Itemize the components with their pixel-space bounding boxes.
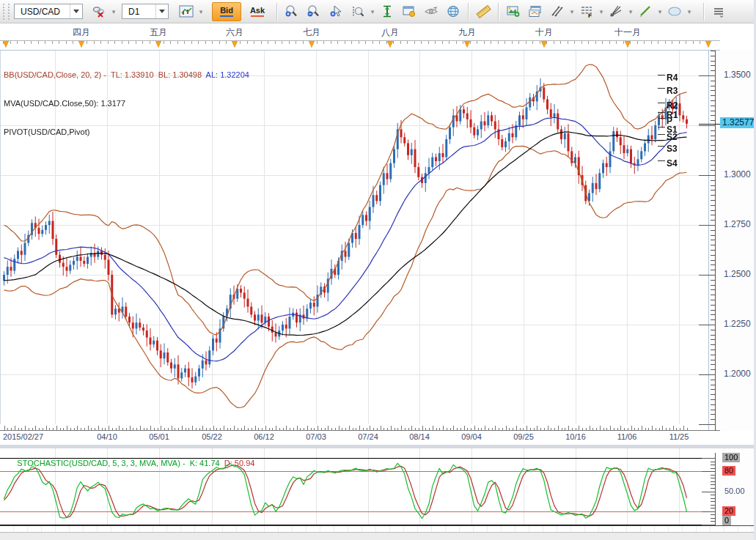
window-pointer-button[interactable] <box>399 1 419 22</box>
month-label: 六月 <box>226 26 243 39</box>
fit-vertical-icon <box>381 4 394 18</box>
fibonacci-dropdown[interactable]: ▾ <box>598 2 605 21</box>
pivot-label-p: P <box>667 116 672 125</box>
globe-button[interactable] <box>443 1 463 22</box>
stochastic-panel[interactable]: STOCHASTIC(USD/CAD, 5, 3, 3, MVA, MVA) -… <box>0 448 720 525</box>
bid-button[interactable]: Bid <box>212 2 241 21</box>
unlink-dropdown[interactable]: ▾ <box>110 2 117 21</box>
timeframe-value: D1 <box>122 7 155 17</box>
ellipse-tool-button[interactable] <box>664 1 685 22</box>
date-tick-label: 2015/02/27 <box>3 432 43 441</box>
price-tick-label: 1.2500 <box>724 269 751 279</box>
stochastic-axis: 1008050.00200 <box>720 448 756 525</box>
top-ruler-canvas <box>0 40 720 50</box>
chevron-down-icon[interactable] <box>155 4 168 18</box>
zoom-out-icon <box>307 4 321 18</box>
menu-list-button[interactable] <box>708 1 729 22</box>
unlink-icon <box>92 5 106 18</box>
cascade-windows-button[interactable] <box>525 1 546 22</box>
month-marker-icon <box>705 41 711 48</box>
legend-bl: BL: 1.30498 <box>158 70 202 79</box>
pivot-label-r2: R2 <box>667 101 678 110</box>
fit-vertical-button[interactable] <box>377 1 397 22</box>
date-tick-label: 10/16 <box>565 432 586 441</box>
month-marker-icon <box>625 41 631 48</box>
unlink-button[interactable] <box>89 1 109 22</box>
symbol-value: USD/CAD <box>15 7 70 17</box>
legend-mva: MVA(USD/CAD.Close,50): 1.3177 <box>4 99 249 108</box>
main-chart-panel[interactable]: BB(USD/CAD,Close, 20, 2) - TL: 1.33910 B… <box>0 50 720 431</box>
rays-tool-button[interactable] <box>606 1 626 22</box>
chart-type-icon <box>179 5 194 18</box>
date-tick-label: 07/03 <box>306 432 326 441</box>
month-label: 七月 <box>303 26 320 39</box>
month-label: 九月 <box>458 26 476 39</box>
current-price-badge: 1.32577 <box>720 117 756 128</box>
legend-tl: TL: 1.33910 <box>111 70 154 79</box>
month-marker-icon <box>232 41 238 48</box>
add-image-button[interactable] <box>503 1 524 22</box>
month-label: 十月 <box>535 26 553 39</box>
stochastic-legend: STOCHASTIC(USD/CAD, 5, 3, 3, MVA, MVA) -… <box>4 450 254 476</box>
horizontal-scrollbar[interactable] <box>0 525 756 533</box>
toolbar-grip[interactable] <box>3 4 10 20</box>
trendline-tool-icon <box>550 4 565 18</box>
stoch-tick-label: 50.00 <box>722 487 747 496</box>
ellipse-tool-icon <box>667 4 683 18</box>
pivot-label-r3: R3 <box>667 86 678 95</box>
month-marker-icon <box>155 41 161 48</box>
date-tick-label: 11/06 <box>617 432 637 441</box>
date-tick-label: 09/04 <box>461 432 482 441</box>
bid-underline <box>220 15 233 17</box>
zoom-in-icon <box>285 4 299 18</box>
trendline-dropdown[interactable]: ▾ <box>568 2 576 21</box>
zoom-in-button[interactable] <box>282 1 302 22</box>
symbol-select[interactable]: USD/CAD <box>14 4 83 19</box>
date-tick-label: 05/01 <box>149 432 169 441</box>
month-marker-icon <box>464 41 470 48</box>
pencil-dropdown[interactable]: ▾ <box>656 2 664 21</box>
legend-pivot: PIVOT(USD/CAD,Pivot) <box>4 127 249 137</box>
month-marker-icon <box>541 41 547 48</box>
price-tick-label: 1.2750 <box>724 219 751 229</box>
pencil-tool-icon <box>638 4 653 18</box>
chevron-down-icon[interactable] <box>70 4 82 18</box>
zoom-out-button[interactable] <box>304 1 324 22</box>
ellipse-dropdown[interactable]: ▾ <box>686 2 693 21</box>
zoom-pointer-button[interactable] <box>326 1 346 22</box>
chart-type-dropdown[interactable]: ▾ <box>197 2 205 21</box>
bid-label: Bid <box>220 6 233 15</box>
window-pointer-icon <box>402 4 416 18</box>
cascade-windows-icon <box>528 4 543 18</box>
fibonacci-tool-button[interactable]: F <box>576 1 597 22</box>
month-marker-icon <box>309 41 315 48</box>
ask-underline <box>251 15 264 17</box>
month-label: 五月 <box>150 26 167 39</box>
pivot-label-s4: S4 <box>667 159 678 168</box>
trendline-tool-button[interactable] <box>547 1 568 22</box>
statusbar-strip <box>0 533 756 540</box>
month-label: 四月 <box>73 26 90 39</box>
svg-text:F: F <box>588 12 592 18</box>
rays-dropdown[interactable]: ▾ <box>627 2 634 21</box>
chart-type-button[interactable] <box>176 1 197 22</box>
price-tick-label: 1.2000 <box>724 369 751 379</box>
globe-icon <box>446 4 460 18</box>
zoom-area-dropdown[interactable]: ▾ <box>369 2 376 21</box>
stoch-k-value: K: 41.74 <box>190 459 220 467</box>
date-tick-label: 08/14 <box>409 432 430 441</box>
pencil-tool-button[interactable] <box>635 1 656 22</box>
date-tick-label: 07/24 <box>358 432 378 441</box>
visibility-button[interactable] <box>421 1 441 22</box>
month-marker-icon <box>3 41 9 48</box>
ask-button[interactable]: Ask <box>243 2 272 21</box>
date-tick-label: 05/22 <box>202 432 222 441</box>
ruler-button[interactable] <box>473 1 493 22</box>
rays-tool-icon <box>609 4 623 18</box>
month-label: 八月 <box>381 26 399 39</box>
date-tick-label: 04/10 <box>97 432 117 441</box>
zoom-area-button[interactable] <box>348 1 368 22</box>
chart-window: USD/CAD ▾ D1 ▾ Bid <box>0 0 756 540</box>
timeframe-select[interactable]: D1 <box>122 4 169 19</box>
date-axis: 2015/02/2704/1005/0105/2206/1207/0307/24… <box>0 431 756 445</box>
